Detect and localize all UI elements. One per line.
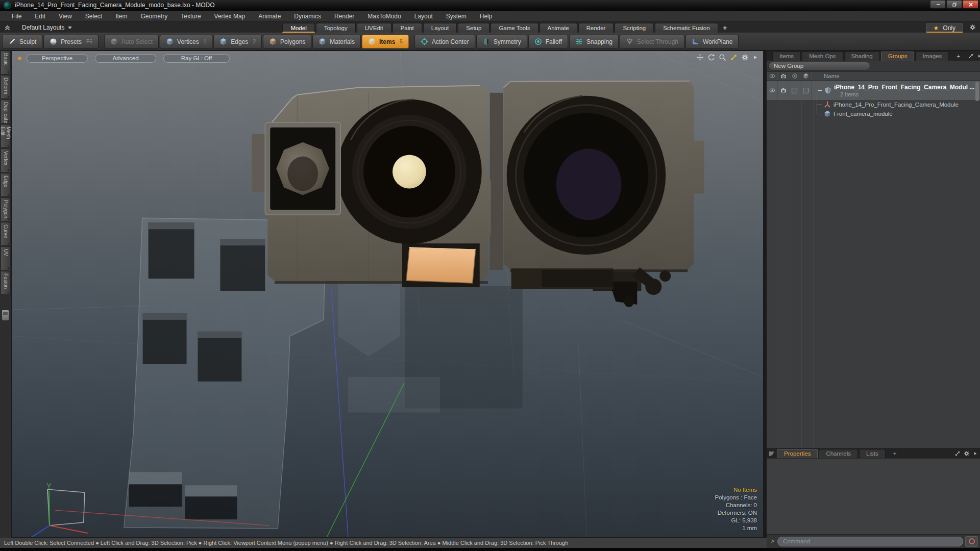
- panel-menu-arrow-icon[interactable]: [973, 450, 977, 457]
- tab-mesh-ops[interactable]: Mesh Ops: [802, 52, 843, 61]
- camera-icon[interactable]: [778, 81, 789, 100]
- tree-row-child[interactable]: Front_camera_module: [767, 109, 980, 118]
- sidebar-tab-mesh-edit[interactable]: Mesh Edit: [1, 124, 11, 148]
- collapse-icon[interactable]: [818, 90, 822, 91]
- sculpt-button[interactable]: Sculpt: [2, 35, 42, 48]
- menu-edit[interactable]: Edit: [28, 12, 52, 21]
- menu-texture[interactable]: Texture: [174, 12, 207, 21]
- sidebar-tab-curve[interactable]: Curve: [1, 222, 11, 246]
- tab-items[interactable]: Items: [772, 52, 801, 61]
- sidebar-tab-edge[interactable]: Edge: [1, 173, 11, 197]
- shading-mode-button[interactable]: Advanced: [95, 54, 156, 63]
- add-tab-button[interactable]: +: [719, 23, 731, 33]
- menu-layout[interactable]: Layout: [408, 12, 439, 21]
- visibility-column-icon[interactable]: [767, 72, 778, 80]
- only-filter-button[interactable]: ★ Only: [926, 23, 963, 33]
- maximize-icon[interactable]: [730, 54, 738, 61]
- viewport-gear-icon[interactable]: [741, 54, 749, 61]
- panel-menu-arrow-icon[interactable]: [977, 53, 980, 59]
- tree-row-child[interactable]: iPhone_14_Pro_Front_Facing_Camera_Module: [767, 100, 980, 109]
- restore-button[interactable]: [946, 0, 962, 9]
- vertices-button[interactable]: Vertices 1: [160, 35, 212, 48]
- viewport-3d[interactable]: Perspective Advanced Ray GL: Off No Item…: [11, 51, 764, 538]
- add-panel-tab-button[interactable]: +: [950, 52, 967, 61]
- add-panel-tab-button[interactable]: +: [887, 449, 903, 458]
- new-group-button[interactable]: New Group: [768, 62, 870, 70]
- tab-properties[interactable]: Properties: [777, 449, 818, 458]
- gear-icon[interactable]: [969, 23, 976, 33]
- tree-row-group[interactable]: iPhone_14_Pro_Front_Facing_Camera_Modul …: [767, 81, 980, 100]
- menu-file[interactable]: File: [5, 12, 28, 21]
- sidebar-tab-vertex[interactable]: Vertex: [1, 148, 11, 172]
- sidebar-tab-duplicate[interactable]: Duplicate: [1, 99, 11, 123]
- symmetry-button[interactable]: Symmetry: [476, 35, 527, 48]
- tab-channels[interactable]: Channels: [819, 449, 858, 458]
- select-through-button[interactable]: Select Through: [620, 35, 684, 48]
- tab-uvedit[interactable]: UVEdit: [357, 23, 391, 33]
- viewport-menu-arrow-icon[interactable]: [752, 54, 758, 61]
- tab-schematic-fusion[interactable]: Schematic Fusion: [655, 23, 718, 33]
- tab-model[interactable]: Model: [282, 23, 314, 33]
- tab-scripting[interactable]: Scripting: [615, 23, 654, 33]
- snapping-button[interactable]: Snapping: [569, 35, 619, 48]
- menu-select[interactable]: Select: [79, 12, 109, 21]
- tab-paint[interactable]: Paint: [393, 23, 422, 33]
- menu-dynamics[interactable]: Dynamics: [287, 12, 328, 21]
- menu-geometry[interactable]: Geometry: [134, 12, 175, 21]
- macro-record-button[interactable]: [965, 536, 978, 547]
- auto-select-button[interactable]: Auto Select: [104, 35, 159, 48]
- render-column-icon[interactable]: [778, 72, 789, 80]
- tab-render[interactable]: Render: [578, 23, 614, 33]
- falloff-button[interactable]: Falloff: [528, 35, 568, 48]
- menu-render[interactable]: Render: [328, 12, 361, 21]
- tab-shading[interactable]: Shading: [844, 52, 880, 61]
- perspective-button[interactable]: Perspective: [27, 54, 88, 63]
- zoom-icon[interactable]: [719, 54, 726, 61]
- rotate-icon[interactable]: [707, 54, 715, 61]
- group-name[interactable]: iPhone_14_Pro_Front_Facing_Camera_Modul …: [834, 84, 974, 91]
- default-layouts-dropdown[interactable]: Default Layouts: [4, 24, 72, 31]
- close-button[interactable]: [963, 0, 978, 9]
- items-button[interactable]: Items 5: [362, 35, 409, 48]
- tab-topology[interactable]: Topology: [316, 23, 356, 33]
- tab-lists[interactable]: Lists: [859, 449, 886, 458]
- properties-gear-icon[interactable]: [964, 450, 970, 457]
- tool-palette-icon[interactable]: [2, 310, 9, 321]
- expand-panel-icon[interactable]: [968, 53, 974, 59]
- menu-maxtomodo[interactable]: MaxToModo: [361, 12, 407, 21]
- sidebar-tab-uv[interactable]: UV: [1, 246, 11, 270]
- child-item-name[interactable]: iPhone_14_Pro_Front_Facing_Camera_Module: [834, 102, 959, 108]
- sidebar-tab-deform[interactable]: Deform: [1, 75, 11, 99]
- filter-column-icon[interactable]: [789, 72, 800, 80]
- child-item-name[interactable]: Front_camera_module: [834, 111, 893, 117]
- workplane-button[interactable]: WorkPlane: [685, 35, 739, 48]
- menu-vertex-map[interactable]: Vertex Map: [208, 12, 252, 21]
- tab-layout[interactable]: Layout: [423, 23, 457, 33]
- sidebar-tab-fusion[interactable]: Fusion: [1, 271, 11, 295]
- sidebar-tab-polygon[interactable]: Polygon: [1, 197, 11, 221]
- presets-button[interactable]: Presets F6: [43, 35, 98, 48]
- menu-system[interactable]: System: [439, 12, 473, 21]
- eye-icon[interactable]: [767, 81, 778, 100]
- tab-images[interactable]: Images: [915, 52, 949, 61]
- tab-groups[interactable]: Groups: [881, 52, 915, 61]
- menu-help[interactable]: Help: [473, 12, 499, 21]
- tab-setup[interactable]: Setup: [458, 23, 489, 33]
- tab-game-tools[interactable]: Game Tools: [491, 23, 538, 33]
- sidebar-tab-basic[interactable]: Basic: [1, 51, 11, 74]
- menu-animate[interactable]: Animate: [252, 12, 287, 21]
- menu-item[interactable]: Item: [109, 12, 134, 21]
- raygl-button[interactable]: Ray GL: Off: [163, 54, 230, 63]
- minimize-button[interactable]: [930, 0, 946, 9]
- expand-panel-icon[interactable]: [954, 450, 961, 457]
- edges-button[interactable]: Edges 2: [213, 35, 262, 48]
- panel-corner-icon[interactable]: [769, 452, 774, 456]
- command-input[interactable]: [777, 537, 963, 546]
- tree-scrollbar[interactable]: [975, 82, 979, 101]
- action-center-button[interactable]: Action Center: [414, 35, 475, 48]
- polygons-button[interactable]: Polygons: [263, 35, 311, 48]
- cube-column-icon[interactable]: [800, 72, 812, 80]
- checkbox[interactable]: [789, 81, 800, 100]
- materials-button[interactable]: Materials: [312, 35, 361, 48]
- menu-view[interactable]: View: [52, 12, 79, 21]
